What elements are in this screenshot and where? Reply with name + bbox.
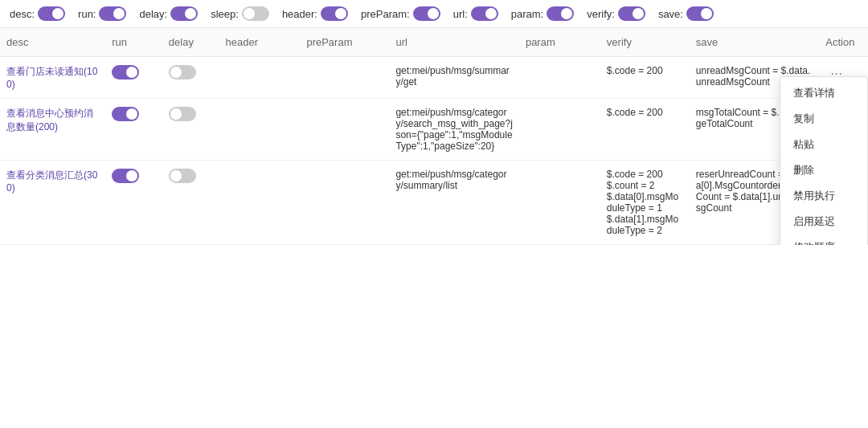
toggle-thumb-param [561, 8, 572, 19]
topbar-label-header: header: [282, 8, 317, 20]
cell-desc: 查看消息中心预约消息数量(200) [0, 99, 105, 161]
col-header-param: param [519, 28, 600, 57]
cell-url: get:mei/push/msg/category/search_msg_wit… [389, 99, 518, 161]
toggle-verify[interactable] [618, 6, 645, 21]
cell-header [219, 161, 300, 245]
topbar-item-sleep: sleep: [211, 6, 269, 21]
toggle-url[interactable] [471, 6, 498, 21]
cell-run [105, 99, 162, 161]
toggle-save[interactable] [686, 6, 714, 21]
delay-track [169, 169, 196, 183]
topbar-item-verify: verify: [587, 6, 645, 21]
desc-link[interactable]: 查看门店未读通知(100) [6, 66, 97, 90]
cell-delay [162, 161, 219, 245]
run-thumb [126, 108, 137, 120]
topbar-label-delay: delay: [139, 8, 167, 20]
cell-preparam [300, 57, 389, 99]
col-header-save: save [690, 28, 819, 57]
topbar-item-param: param: [511, 6, 574, 21]
cell-preparam [300, 99, 389, 161]
cell-header [219, 57, 300, 99]
run-toggle[interactable] [112, 107, 139, 121]
run-thumb [126, 170, 137, 181]
context-menu-item-5[interactable]: 启用延迟 [780, 209, 867, 234]
topbar-label-url: url: [453, 8, 468, 20]
topbar-label-param: param: [511, 8, 543, 20]
toggle-track-save [686, 6, 714, 21]
toggle-thumb-delay [185, 8, 196, 19]
delay-track [169, 65, 196, 79]
topbar-item-desc: desc: [10, 6, 65, 21]
toggle-thumb-sleep [244, 8, 255, 19]
toggle-thumb-preParam [428, 8, 439, 19]
context-menu: 查看详情复制粘贴删除禁用执行启用延迟修改顺序修改等待复制链接上面添加行下面添加行 [780, 76, 868, 245]
desc-link[interactable]: 查看分类消息汇总(300) [6, 169, 97, 194]
topbar-item-save: save: [658, 6, 714, 21]
delay-thumb [170, 67, 182, 78]
cell-param [519, 99, 600, 161]
cell-url: get:mei/push/msg/summary/get [389, 57, 518, 99]
toggle-thumb-url [485, 8, 497, 19]
table-row: 查看分类消息汇总(300)get:mei/push/msg/category/s… [0, 161, 868, 245]
cell-delay [162, 99, 219, 161]
delay-toggle[interactable] [169, 65, 196, 79]
cell-run [105, 57, 162, 99]
run-track [112, 65, 139, 79]
toggle-track-desc [38, 6, 65, 21]
toggle-track-param [547, 6, 574, 21]
run-track [112, 169, 139, 183]
toggle-preParam[interactable] [413, 6, 440, 21]
toggle-param[interactable] [547, 6, 574, 21]
delay-toggle[interactable] [169, 169, 196, 183]
toggle-track-header [321, 6, 348, 21]
cell-preparam [300, 161, 389, 245]
cell-delay [162, 57, 219, 99]
topbar-label-verify: verify: [587, 8, 615, 20]
context-menu-item-0[interactable]: 查看详情 [780, 80, 867, 106]
table-wrap: descrundelayheaderpreParamurlparamverify… [0, 28, 868, 245]
toggle-sleep[interactable] [242, 6, 269, 21]
context-menu-item-3[interactable]: 删除 [780, 157, 867, 183]
col-header-url: url [389, 28, 518, 57]
top-bar: desc:run:delay:sleep:header:preParam:url… [0, 0, 868, 28]
run-toggle[interactable] [112, 65, 139, 79]
col-header-header: header [219, 28, 300, 57]
toggle-header[interactable] [321, 6, 348, 21]
desc-link[interactable]: 查看消息中心预约消息数量(200) [6, 108, 93, 132]
cell-verify: $.code = 200 [600, 99, 690, 161]
topbar-label-desc: desc: [10, 8, 35, 20]
context-menu-item-4[interactable]: 禁用执行 [780, 183, 867, 209]
context-menu-item-1[interactable]: 复制 [780, 106, 867, 132]
table-row: 查看门店未读通知(100)get:mei/push/msg/summary/ge… [0, 57, 868, 99]
cell-desc: 查看门店未读通知(100) [0, 57, 105, 99]
col-header-preParam: preParam [300, 28, 389, 57]
toggle-desc[interactable] [38, 6, 65, 21]
toggle-track-verify [618, 6, 645, 21]
cell-param [519, 57, 600, 99]
cell-desc: 查看分类消息汇总(300) [0, 161, 105, 245]
cell-header [219, 99, 300, 161]
topbar-item-delay: delay: [139, 6, 198, 21]
topbar-item-header: header: [282, 6, 348, 21]
col-header-desc: desc [0, 28, 105, 57]
toggle-track-delay [170, 6, 198, 21]
topbar-label-preParam: preParam: [361, 8, 410, 20]
topbar-item-url: url: [453, 6, 498, 21]
delay-thumb [170, 108, 182, 120]
col-header-Action: Action [819, 28, 868, 57]
toggle-thumb-verify [633, 8, 644, 19]
toggle-track-url [471, 6, 498, 21]
delay-toggle[interactable] [169, 107, 196, 121]
toggle-thumb-desc [52, 8, 63, 19]
toggle-run[interactable] [99, 6, 126, 21]
col-header-run: run [105, 28, 162, 57]
toggle-track-run [99, 6, 126, 21]
topbar-label-save: save: [658, 8, 683, 20]
topbar-label-sleep: sleep: [211, 8, 239, 20]
toggle-delay[interactable] [170, 6, 198, 21]
cell-url: get:mei/push/msg/category/summary/list [389, 161, 518, 245]
context-menu-item-2[interactable]: 粘贴 [780, 132, 867, 157]
context-menu-item-6[interactable]: 修改顺序 [780, 234, 867, 245]
run-toggle[interactable] [112, 169, 139, 183]
topbar-item-preParam: preParam: [361, 6, 440, 21]
